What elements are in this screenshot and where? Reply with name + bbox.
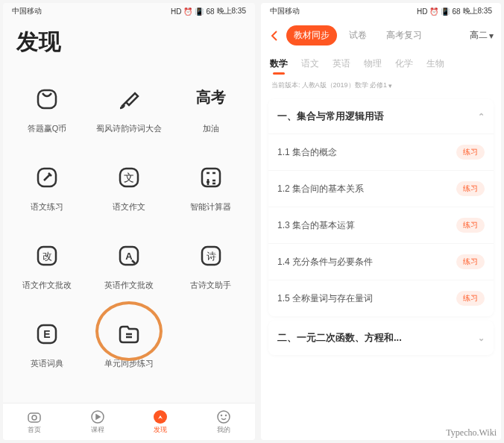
edit-icon [31,161,63,194]
subject-english[interactable]: 英语 [333,51,350,76]
section-name: 1.2 集合间的基本关系 [277,183,364,195]
cell-label: 答题赢Q币 [28,123,67,134]
page-title: 发现 [3,19,255,66]
nav-mine[interactable]: 我的 [192,403,256,440]
nav-home[interactable]: 首页 [3,403,66,440]
practice-button[interactable]: 练习 [456,254,485,269]
status-bar: 中国移动 HD ⏰ 📳 68 晚上8:35 [261,3,501,19]
vibrate-icon: 📳 [441,7,450,16]
calculator-icon [195,161,227,194]
gaokao-text-icon: 高考 [195,83,227,116]
battery-text: 68 [452,7,460,16]
watermark: Typecho.Wiki [446,427,497,439]
cell-poetry-contest[interactable]: 蜀风诗韵诗词大会 [88,72,170,151]
section-row[interactable]: 1.4 充分条件与必要条件 练习 [268,243,494,280]
practice-button[interactable]: 练习 [456,145,485,160]
cell-label: 智能计算器 [190,201,231,213]
svg-point-18 [221,415,221,415]
alarm-icon: ⏰ [183,7,192,16]
cell-chinese-essay[interactable]: 文 语文作文 [88,151,170,229]
chapter-header[interactable]: 二、一元二次函数、方程和... ⌄ [268,321,494,355]
tab-papers[interactable]: 试卷 [341,25,374,45]
cell-qcoin[interactable]: 答题赢Q币 [6,72,88,151]
chapter-block-2: 二、一元二次函数、方程和... ⌄ [268,321,494,355]
subject-chinese[interactable]: 语文 [301,51,319,76]
section-row[interactable]: 1.5 全称量词与存在量词 练习 [268,280,494,316]
cell-poetry-helper[interactable]: 诗 古诗文助手 [170,229,252,307]
grade-selector[interactable]: 高二 ▾ [470,29,494,42]
svg-rect-13 [28,413,40,422]
section-row[interactable]: 1.2 集合间的基本关系 练习 [268,170,494,207]
version-prefix: 当前版本: [271,81,300,90]
svg-text:文: 文 [124,172,134,183]
folder-eq-icon [113,318,145,351]
nav-label: 首页 [28,425,41,435]
pocket-icon [31,83,63,116]
cell-label: 加油 [203,123,219,134]
subject-physics[interactable]: 物理 [364,51,382,76]
section-name: 1.3 集合的基本运算 [277,219,355,232]
status-bar: 中国移动 HD ⏰ 📳 68 晚上8:35 [3,3,255,19]
grade-label: 高二 [470,29,488,42]
play-icon [90,409,105,424]
correct-en-icon: A [113,239,145,272]
svg-rect-4 [202,169,220,186]
section-row[interactable]: 1.1 集合的概念 练习 [268,133,494,170]
nav-label: 我的 [217,425,230,435]
cell-label: 语文作文批改 [22,280,72,291]
chevron-down-icon: ▾ [388,82,392,89]
chapter-header[interactable]: 一、集合与常用逻辑用语 ⌃ [268,99,494,133]
svg-text:改: 改 [42,251,51,262]
tab-textbook-sync[interactable]: 教材同步 [286,25,337,45]
svg-point-19 [225,415,226,415]
cell-gaokao[interactable]: 高考 加油 [170,72,252,151]
section-name: 1.5 全称量词与存在量词 [277,292,373,305]
nav-discover[interactable]: 发现 [129,403,192,440]
cell-label: 古诗文助手 [190,280,231,291]
subject-math[interactable]: 数学 [270,51,288,76]
back-button[interactable] [268,29,282,43]
subject-chemistry[interactable]: 化学 [395,51,413,76]
section-row[interactable]: 1.3 集合的基本运算 练习 [268,207,494,243]
cell-label: 英语词典 [31,358,63,369]
nav-label: 发现 [154,425,167,435]
cell-unit-sync-practice[interactable]: 单元同步练习 [88,307,170,386]
status-right: HD ⏰ 📳 68 晚上8:35 [171,6,246,16]
battery-text: 68 [206,7,214,16]
chapter-title: 一、集合与常用逻辑用语 [277,110,384,123]
time-text: 晚上8:35 [463,6,492,16]
cell-label: 英语作文批改 [104,280,154,291]
practice-button[interactable]: 练习 [456,218,485,233]
screen-sync-practice: 中国移动 HD ⏰ 📳 68 晚上8:35 教材同步 试卷 高考复习 高二 ▾ … [261,3,501,440]
correct-cn-icon: 改 [31,239,63,272]
svg-point-17 [218,411,230,423]
cell-chinese-essay-correct[interactable]: 改 语文作文批改 [6,229,88,307]
compass-icon [153,409,168,424]
svg-text:诗: 诗 [206,251,215,262]
practice-button[interactable]: 练习 [456,181,485,196]
cell-english-dict[interactable]: E 英语词典 [6,307,88,386]
nav-course[interactable]: 课程 [66,403,130,440]
practice-button[interactable]: 练习 [456,291,485,306]
carrier-text: 中国移动 [270,6,300,16]
cell-calculator[interactable]: 智能计算器 [170,151,252,229]
bottom-nav: 首页 课程 发现 我的 [3,403,255,440]
cell-chinese-practice[interactable]: 语文练习 [6,151,88,229]
subject-tabs: 数学 语文 英语 物理 化学 生物 [261,51,501,76]
screen-discover: 中国移动 HD ⏰ 📳 68 晚上8:35 发现 答题赢Q币 蜀 [3,3,255,440]
nav-label: 课程 [91,425,104,435]
status-hd: HD [417,7,427,16]
brush-icon [113,83,145,116]
essay-icon: 文 [113,161,145,194]
subject-biology[interactable]: 生物 [426,51,444,76]
tab-gaokao-review[interactable]: 高考复习 [379,25,429,45]
chapter-block-1: 一、集合与常用逻辑用语 ⌃ 1.1 集合的概念 练习 1.2 集合间的基本关系 … [268,99,494,316]
svg-rect-0 [38,90,56,108]
cell-label: 蜀风诗韵诗词大会 [96,123,162,134]
cell-english-essay-correct[interactable]: A 英语作文批改 [88,229,170,307]
top-bar: 教材同步 试卷 高考复习 高二 ▾ [261,19,501,51]
version-selector[interactable]: 当前版本: 人教A版（2019）数学 必修1 ▾ [261,76,501,95]
carrier-text: 中国移动 [12,6,42,16]
svg-point-14 [32,415,37,420]
vibrate-icon: 📳 [195,7,204,16]
